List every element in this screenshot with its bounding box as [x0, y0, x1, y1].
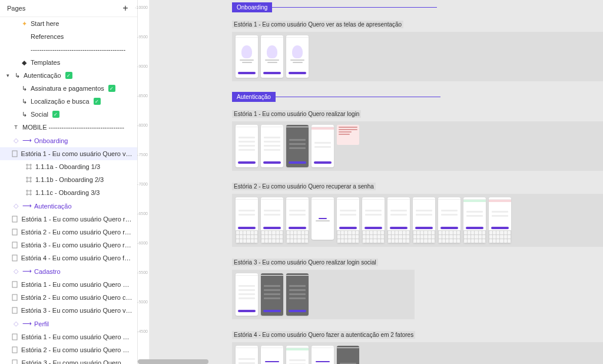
mockup-frame[interactable] — [261, 346, 283, 364]
canvas[interactable]: OnboardingEstória 1 - Eu como usuário Qu… — [150, 0, 603, 364]
ruler-tick: -8000 — [137, 123, 148, 127]
sidebar-item[interactable]: Estória 3 - Eu como usuário Quero altera… — [0, 356, 137, 364]
sidebar-list: ✦Start hereReferences-------------------… — [0, 17, 137, 364]
story-title: Estória 4 - Eu como usuário Quero fazer … — [232, 331, 415, 339]
svg-rect-6 — [12, 294, 17, 300]
mockup-frame[interactable] — [286, 273, 309, 316]
section-tag: Onboarding — [232, 2, 272, 12]
sidebar-item[interactable]: 1.1.1b - Onboarding 2/3 — [0, 173, 137, 186]
ruler-tick: -9000 — [137, 64, 148, 68]
mockup-frame[interactable] — [489, 197, 511, 243]
mockup-frame[interactable] — [236, 346, 258, 364]
sidebar-item[interactable]: Estória 2 - Eu como usuário Quero recupe… — [0, 226, 137, 239]
sidebar-item[interactable]: ↳Assinatura e pagamentos✓ — [0, 82, 137, 95]
story-title: Estória 1 - Eu como usuário Quero ver as… — [232, 21, 403, 28]
sidebar-item[interactable]: Estória 1 - Eu como usuário Quero ver as… — [0, 147, 137, 160]
section-tag: Autenticação — [232, 92, 276, 102]
svg-rect-10 — [12, 360, 17, 364]
mockup-frame[interactable] — [286, 197, 309, 243]
svg-rect-4 — [12, 255, 17, 261]
ruler-tick: -7500 — [137, 153, 148, 157]
mockup-frame[interactable] — [337, 346, 359, 364]
canvas-section: AutenticaçãoEstória 1 - Eu como usuário … — [232, 92, 603, 364]
vertical-ruler: -10000-9500-9000-8500-8000-7500-7000-650… — [138, 0, 150, 364]
mockup-frame[interactable] — [286, 125, 309, 167]
add-page-button[interactable]: + — [121, 4, 130, 13]
mockup-frame[interactable] — [463, 197, 486, 243]
sidebar-item-label: Assinatura e pagamentos — [31, 85, 104, 92]
mockup-frame[interactable] — [312, 346, 334, 364]
sidebar-item-label: Estória 1 - Eu como usuário Quero criar … — [21, 281, 132, 288]
mockup-frame[interactable] — [362, 197, 385, 243]
sidebar-item[interactable]: ◇⟶ Autenticação — [0, 199, 137, 213]
sidebar-header: Pages + — [0, 0, 137, 17]
horizontal-scrollbar[interactable] — [138, 359, 208, 364]
ruler-tick: -6000 — [137, 241, 148, 245]
sidebar-item-label: Autenticação — [24, 72, 61, 79]
mockup-frame[interactable] — [236, 197, 258, 243]
frames-group — [232, 32, 603, 81]
sidebar-item[interactable]: Estória 3 - Eu como usuário Quero valida… — [0, 304, 137, 317]
sidebar-item[interactable]: 1.1.1a - Oboarding 1/3 — [0, 160, 137, 173]
sidebar-item[interactable]: TMOBILE --------------------------------… — [0, 121, 137, 134]
sidebar-item[interactable]: Estória 1 - Eu como usuário Quero visual… — [0, 330, 137, 343]
sidebar-item-label: Social — [31, 111, 48, 118]
sidebar-item[interactable]: ◆Templates — [0, 56, 137, 69]
sidebar-item[interactable]: ↳Localização e busca✓ — [0, 95, 137, 108]
mockup-frame[interactable] — [337, 197, 359, 243]
ruler-tick: -7000 — [137, 182, 148, 186]
mockup-frame[interactable] — [236, 35, 258, 78]
sidebar-item[interactable]: ◇⟶ Perfil — [0, 317, 137, 330]
mockup-frame[interactable] — [312, 125, 334, 167]
sticky-note[interactable] — [337, 125, 359, 145]
svg-rect-1 — [12, 216, 17, 222]
sidebar-item[interactable]: Estória 4 - Eu como usuário Quero fazer … — [0, 252, 137, 264]
sidebar-item[interactable]: References — [0, 30, 137, 43]
sidebar-item[interactable]: Estória 3 - Eu como usuário Quero realiz… — [0, 239, 137, 252]
sidebar-item-label: Estória 2 - Eu como usuário Quero criar … — [21, 294, 132, 301]
sidebar-item[interactable]: Estória 2 - Eu como usuário Quero editar… — [0, 343, 137, 356]
sidebar-item[interactable]: Estória 2 - Eu como usuário Quero criar … — [0, 291, 137, 304]
frames-group — [232, 194, 603, 247]
ruler-tick: -9500 — [137, 35, 148, 39]
svg-rect-9 — [12, 347, 17, 353]
sidebar-item[interactable]: ◇⟶ Cadastro — [0, 264, 137, 278]
sidebar-item[interactable]: Estória 1 - Eu como usuário Quero criar … — [0, 278, 137, 291]
mockup-frame[interactable] — [261, 197, 283, 243]
mockup-frame[interactable] — [413, 197, 435, 243]
mockup-frame[interactable] — [236, 125, 258, 167]
story-title: Estória 2 - Eu como usuário Quero recupe… — [232, 183, 376, 190]
check-icon: ✓ — [65, 72, 72, 79]
check-icon: ✓ — [108, 85, 115, 92]
mockup-frame[interactable] — [312, 197, 334, 240]
check-icon: ✓ — [94, 98, 101, 105]
sidebar-item[interactable]: ◇⟶ Onboarding — [0, 134, 137, 147]
frames-group — [232, 270, 415, 319]
sidebar-item[interactable]: Estória 1 - Eu como usuário Quero realiz… — [0, 213, 137, 226]
sidebar-item[interactable]: ✦Start here — [0, 17, 137, 30]
ruler-tick: -8500 — [137, 94, 148, 98]
sidebar-item[interactable]: ▾↳Autenticação✓ — [0, 69, 137, 82]
mockup-frame[interactable] — [261, 125, 283, 167]
sidebar-item[interactable]: ----------------------------------------… — [0, 43, 137, 56]
sidebar-item[interactable]: ↳Social✓ — [0, 108, 137, 121]
story-title: Estória 1 - Eu como usuário Quero realiz… — [232, 110, 361, 118]
sidebar-item-label: ----------------------------------------… — [31, 46, 125, 53]
sidebar-item-label: MOBILE ---------------------------------… — [22, 124, 124, 131]
canvas-section: OnboardingEstória 1 - Eu como usuário Qu… — [232, 2, 603, 81]
sidebar-item-label: 1.1.1a - Oboarding 1/3 — [35, 163, 100, 170]
sidebar-item-label: 1.1.1b - Onboarding 2/3 — [35, 176, 104, 183]
ruler-tick: -10000 — [135, 5, 148, 9]
mockup-frame[interactable] — [286, 346, 309, 364]
mockup-frame[interactable] — [236, 273, 258, 316]
mockup-frame[interactable] — [261, 35, 283, 78]
sidebar-item-label: 1.1.1c - Oboarding 3/3 — [35, 189, 100, 196]
mockup-frame[interactable] — [261, 273, 283, 316]
mockup-frame[interactable] — [286, 35, 309, 78]
mockup-frame[interactable] — [387, 197, 410, 243]
sidebar-item[interactable]: 1.1.1c - Oboarding 3/3 — [0, 186, 137, 199]
sidebar-item-label: Estória 1 - Eu como usuário Quero realiz… — [21, 216, 132, 223]
sidebar-item-label: Estória 4 - Eu como usuário Quero fazer … — [21, 254, 132, 262]
sidebar-item-label: Cadastro — [34, 268, 61, 275]
mockup-frame[interactable] — [438, 197, 460, 243]
